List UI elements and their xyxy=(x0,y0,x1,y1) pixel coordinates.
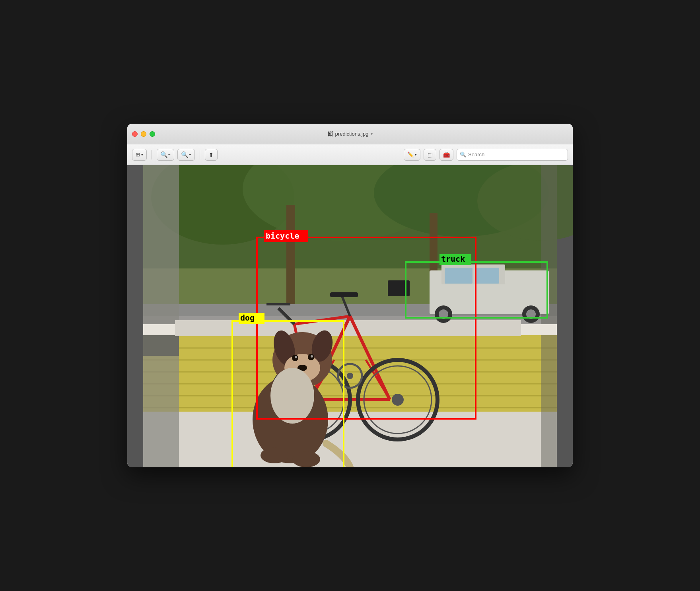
svg-rect-19 xyxy=(143,165,179,467)
toolbox-icon: 🧰 xyxy=(443,152,450,158)
scene-svg: bicycle truck dog xyxy=(127,165,573,467)
svg-text:dog: dog xyxy=(240,313,255,323)
svg-rect-30 xyxy=(445,268,472,284)
minimize-button[interactable] xyxy=(141,131,146,137)
svg-rect-31 xyxy=(475,268,499,284)
svg-text:bicycle: bicycle xyxy=(266,231,299,241)
svg-point-60 xyxy=(311,355,313,358)
sidebar-icon: ⊞ xyxy=(136,152,140,157)
toolbar-right: ✏️ ▾ ⬚ 🧰 🔍 xyxy=(404,149,568,161)
file-icon: 🖼 xyxy=(327,131,333,137)
zoom-out-icon: 🔍 xyxy=(160,151,168,158)
svg-point-63 xyxy=(261,447,288,463)
share-button[interactable]: ⬆ xyxy=(205,149,218,161)
chevron-down-icon: ▾ xyxy=(141,153,143,157)
chevron-pencil-icon: ▾ xyxy=(415,153,417,157)
annotate-button[interactable]: ✏️ ▾ xyxy=(404,149,420,161)
svg-point-62 xyxy=(270,368,314,424)
svg-point-59 xyxy=(295,356,297,358)
plus-icon: + xyxy=(189,152,191,157)
search-wrapper: 🔍 xyxy=(457,149,568,161)
image-container: bicycle truck dog xyxy=(127,165,573,467)
window-title: 🖼 predictions.jpg ▾ xyxy=(327,131,373,137)
zoom-in-icon: 🔍 xyxy=(181,151,189,158)
rotate-icon: ⬚ xyxy=(428,152,433,158)
separator-1 xyxy=(152,150,152,159)
svg-rect-21 xyxy=(541,165,557,467)
share-icon: ⬆ xyxy=(209,152,214,158)
chevron-icon: ▾ xyxy=(371,132,373,136)
svg-point-64 xyxy=(292,451,320,467)
titlebar: 🖼 predictions.jpg ▾ xyxy=(127,124,573,144)
main-window: 🖼 predictions.jpg ▾ ⊞ ▾ 🔍 − 🔍 + ⬆ ✏️ ▾ xyxy=(127,124,573,467)
svg-rect-18 xyxy=(143,412,557,467)
toolbox-button[interactable]: 🧰 xyxy=(439,149,453,161)
svg-text:truck: truck xyxy=(441,254,465,264)
search-input[interactable] xyxy=(457,149,568,161)
svg-point-44 xyxy=(392,394,404,406)
pencil-icon: ✏️ xyxy=(407,152,414,157)
sidebar-toggle-button[interactable]: ⊞ ▾ xyxy=(132,149,147,161)
zoom-in-button[interactable]: 🔍 + xyxy=(177,149,195,161)
rotate-button[interactable]: ⬚ xyxy=(424,149,436,161)
close-button[interactable] xyxy=(132,131,138,137)
svg-rect-48 xyxy=(330,292,358,297)
separator-2 xyxy=(200,150,200,159)
title-text: predictions.jpg xyxy=(335,131,369,137)
toolbar: ⊞ ▾ 🔍 − 🔍 + ⬆ ✏️ ▾ ⬚ 🧰 xyxy=(127,144,573,165)
svg-point-50 xyxy=(347,373,353,379)
maximize-button[interactable] xyxy=(150,131,155,137)
zoom-out-button[interactable]: 🔍 − xyxy=(157,149,174,161)
minus-icon: − xyxy=(168,152,171,157)
traffic-lights xyxy=(132,131,155,137)
